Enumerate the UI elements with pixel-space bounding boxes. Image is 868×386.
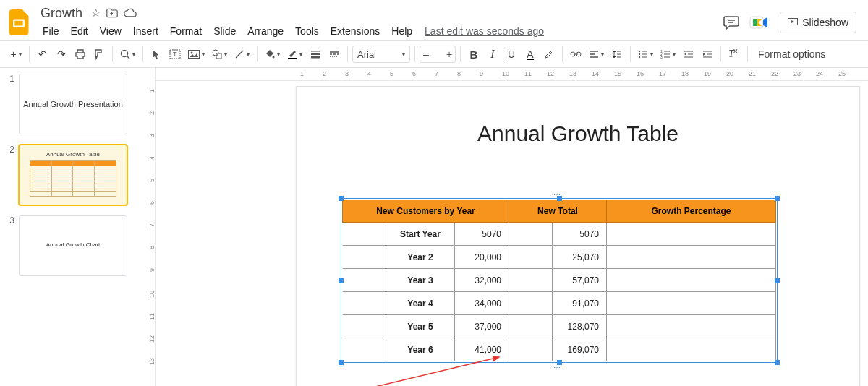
table-header[interactable]: New Customers by Year	[343, 200, 509, 223]
image-button[interactable]	[185, 44, 208, 64]
menu-insert[interactable]: Insert	[128, 24, 163, 38]
table-row[interactable]: Year 5 37,000 128,070	[343, 315, 776, 338]
resize-handle[interactable]	[339, 360, 344, 365]
resize-handle[interactable]	[339, 278, 344, 283]
redo-button[interactable]: ↷	[53, 44, 70, 64]
line-button[interactable]	[231, 44, 252, 64]
table-row[interactable]: Year 4 34,000 91,070	[343, 292, 776, 315]
cell-row-label[interactable]: Year 4	[386, 292, 455, 315]
resize-handle[interactable]	[775, 278, 780, 283]
cell-row-label[interactable]: Year 3	[386, 269, 455, 292]
line-spacing-button[interactable]	[608, 44, 626, 64]
meet-icon[interactable]	[746, 12, 773, 33]
resize-handle[interactable]	[557, 360, 562, 365]
resize-handle[interactable]	[775, 360, 780, 365]
font-size-stepper[interactable]: – +	[420, 46, 456, 63]
font-select[interactable]: Arial▾	[352, 46, 410, 63]
cell-customers[interactable]: 32,000	[455, 269, 509, 292]
cell-row-label[interactable]: Start Year	[386, 223, 455, 246]
table-row[interactable]: Start Year 5070 5070	[343, 223, 776, 246]
clear-formatting-button[interactable]: T✕	[726, 44, 743, 64]
table-row[interactable]: Year 3 32,000 57,070	[343, 269, 776, 292]
cell[interactable]	[509, 246, 553, 269]
cell[interactable]	[509, 292, 553, 315]
border-dash-button[interactable]	[326, 44, 343, 64]
slideshow-button[interactable]: Slideshow	[780, 12, 856, 33]
undo-button[interactable]: ↶	[34, 44, 51, 64]
numbered-list-button[interactable]: 123	[658, 44, 678, 64]
cell-total[interactable]: 57,070	[553, 269, 607, 292]
cell-row-label[interactable]: Year 5	[386, 315, 455, 338]
cell-growth[interactable]	[607, 315, 776, 338]
format-options-button[interactable]: Format options	[752, 48, 831, 60]
new-slide-button[interactable]: +	[7, 44, 25, 64]
menu-format[interactable]: Format	[165, 24, 207, 38]
slides-logo-icon[interactable]	[4, 8, 33, 37]
cell-growth[interactable]	[607, 292, 776, 315]
cell-customers[interactable]: 41,000	[455, 338, 509, 361]
border-color-button[interactable]	[284, 44, 305, 64]
border-weight-button[interactable]	[307, 44, 324, 64]
shape-button[interactable]	[209, 44, 230, 64]
cell-customers[interactable]: 20,000	[455, 246, 509, 269]
cell[interactable]	[343, 292, 386, 315]
highlight-button[interactable]	[540, 44, 558, 64]
menu-file[interactable]: File	[38, 24, 64, 38]
cell[interactable]	[343, 338, 386, 361]
insert-link-button[interactable]	[567, 44, 584, 64]
cell[interactable]	[509, 315, 553, 338]
font-size-increase[interactable]: +	[443, 48, 455, 60]
cell-growth[interactable]	[607, 246, 776, 269]
zoom-button[interactable]	[117, 44, 138, 64]
cell-total[interactable]: 91,070	[553, 292, 607, 315]
resize-handle[interactable]	[339, 196, 344, 201]
table-selection[interactable]: ⋯ ⋯ New Customers by Year New Total Grow…	[341, 198, 778, 363]
menu-arrange[interactable]: Arrange	[242, 24, 289, 38]
print-button[interactable]	[72, 44, 89, 64]
cloud-status-icon[interactable]	[124, 8, 137, 18]
comments-icon[interactable]	[723, 15, 739, 30]
menu-help[interactable]: Help	[386, 24, 417, 38]
last-edit-link[interactable]: Last edit was seconds ago	[425, 25, 544, 37]
cell-growth[interactable]	[607, 223, 776, 246]
select-tool-button[interactable]	[148, 44, 165, 64]
star-icon[interactable]: ☆	[91, 7, 101, 20]
table-row[interactable]: Year 2 20,000 25,070	[343, 246, 776, 269]
menu-extensions[interactable]: Extensions	[326, 24, 385, 38]
slide-thumbnail-1[interactable]: Annual Growth Presentation	[19, 74, 127, 134]
menu-tools[interactable]: Tools	[290, 24, 324, 38]
slide-thumbnail-2[interactable]: Annual Growth Table	[19, 145, 127, 205]
doc-title[interactable]: Growth	[38, 6, 85, 21]
cell[interactable]	[509, 223, 553, 246]
align-button[interactable]	[586, 44, 607, 64]
cell[interactable]	[343, 315, 386, 338]
cell-row-label[interactable]: Year 6	[386, 338, 455, 361]
slide[interactable]: Annual Growth Table ⋯ ⋯ New Customers by…	[296, 86, 860, 386]
cell-row-label[interactable]: Year 2	[386, 246, 455, 269]
cell-total[interactable]: 128,070	[553, 315, 607, 338]
slide-canvas-area[interactable]: 1234567891011121314151617181920212223242…	[156, 68, 868, 386]
cell-customers[interactable]: 37,000	[455, 315, 509, 338]
cell-growth[interactable]	[607, 338, 776, 361]
table-row[interactable]: Year 6 41,000 169,070	[343, 338, 776, 361]
menu-view[interactable]: View	[95, 24, 127, 38]
cell-growth[interactable]	[607, 269, 776, 292]
indent-increase-button[interactable]	[699, 44, 716, 64]
cell[interactable]	[509, 338, 553, 361]
slide-thumbnail-3[interactable]: Annual Growth Chart	[19, 215, 127, 276]
cell-total[interactable]: 169,070	[553, 338, 607, 361]
underline-button[interactable]: U	[503, 44, 520, 64]
cell-customers[interactable]: 34,000	[455, 292, 509, 315]
text-color-button[interactable]: A	[522, 44, 539, 64]
italic-button[interactable]: I	[484, 44, 501, 64]
font-size-decrease[interactable]: –	[420, 48, 432, 60]
bullet-list-button[interactable]	[635, 44, 656, 64]
cell[interactable]	[343, 223, 386, 246]
move-folder-icon[interactable]	[106, 8, 118, 18]
bold-button[interactable]: B	[465, 44, 482, 64]
growth-table[interactable]: New Customers by Year New Total Growth P…	[342, 200, 776, 361]
table-header[interactable]: New Total	[509, 200, 607, 223]
cell[interactable]	[343, 269, 386, 292]
cell[interactable]	[343, 246, 386, 269]
resize-handle[interactable]	[557, 196, 562, 201]
